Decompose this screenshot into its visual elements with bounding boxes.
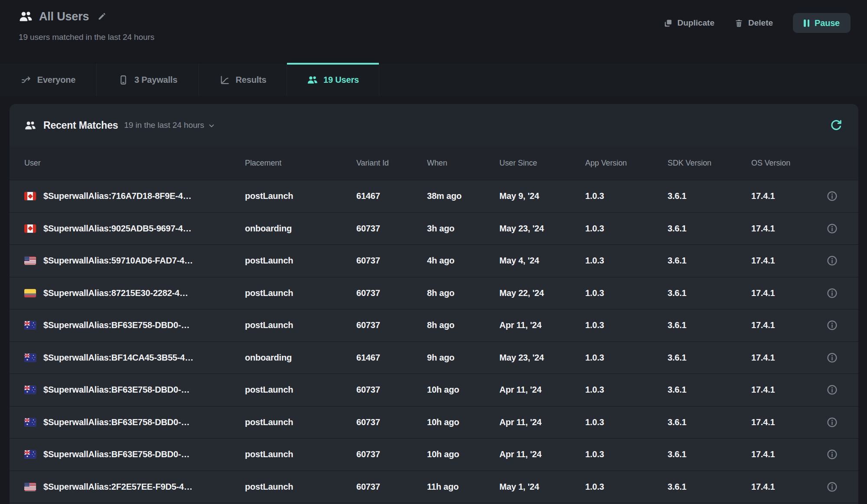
duplicate-icon: [664, 19, 673, 28]
app-version-value: 1.0.3: [585, 417, 668, 427]
table-row[interactable]: $SuperwallAlias:2F2E57EE-F9D5-4… postLau…: [10, 471, 858, 503]
users-icon: [19, 10, 33, 23]
edit-title-icon[interactable]: [97, 12, 107, 21]
pause-icon: [804, 20, 809, 27]
user-alias: $SuperwallAlias:9025ADB5-9697-4…: [43, 224, 192, 234]
table-row[interactable]: $SuperwallAlias:59710AD6-FAD7-4… postLau…: [10, 244, 858, 277]
tab-users[interactable]: 19 Users: [287, 63, 379, 96]
table-row[interactable]: $SuperwallAlias:BF63E758-DBD0-… postLaun…: [10, 309, 858, 341]
user-since-value: May 23, '24: [499, 224, 585, 234]
refresh-icon[interactable]: [830, 119, 843, 132]
when-value: 10h ago: [427, 417, 499, 427]
variant-id-value: 60737: [356, 482, 427, 492]
table-row[interactable]: $SuperwallAlias:BF63E758-DBD0-… postLaun…: [10, 438, 858, 471]
app-version-value: 1.0.3: [585, 256, 668, 266]
tab-everyone-label: Everyone: [37, 75, 75, 85]
info-icon[interactable]: [826, 190, 838, 202]
info-icon[interactable]: [826, 416, 838, 428]
column-header-os-version: OS Version: [751, 159, 821, 168]
variant-id-value: 61467: [356, 191, 427, 201]
os-version-value: 17.4.1: [751, 417, 821, 427]
placement-value: postLaunch: [245, 482, 356, 492]
placement-value: onboarding: [245, 224, 356, 234]
column-header-when: When: [427, 159, 499, 168]
recent-matches-card: Recent Matches 19 in the last 24 hours U…: [10, 104, 858, 504]
sdk-version-value: 3.6.1: [668, 191, 751, 201]
country-flag-icon: [24, 289, 36, 297]
country-flag-icon: [24, 483, 36, 491]
tab-everyone[interactable]: Everyone: [0, 63, 97, 96]
info-icon[interactable]: [826, 352, 838, 364]
sdk-version-value: 3.6.1: [668, 417, 751, 427]
column-header-app-version: App Version: [585, 159, 668, 168]
time-range-selector[interactable]: 19 in the last 24 hours: [124, 120, 215, 130]
country-flag-icon: [24, 450, 36, 458]
info-icon[interactable]: [826, 223, 838, 234]
table-body: $SuperwallAlias:716A7D18-8F9E-4… postLau…: [10, 180, 858, 504]
table-row[interactable]: $SuperwallAlias:87215E30-2282-4… postLau…: [10, 277, 858, 309]
variant-id-value: 60737: [356, 224, 427, 234]
country-flag-icon: [24, 386, 36, 394]
sdk-version-value: 3.6.1: [668, 449, 751, 459]
info-icon[interactable]: [826, 287, 838, 299]
app-version-value: 1.0.3: [585, 224, 668, 234]
table-row[interactable]: $SuperwallAlias:9025ADB5-9697-4… onboard…: [10, 212, 858, 245]
table-row[interactable]: $SuperwallAlias:716A7D18-8F9E-4… postLau…: [10, 180, 858, 212]
variant-id-value: 60737: [356, 256, 427, 266]
user-since-value: May 23, '24: [499, 353, 585, 363]
phone-icon: [118, 75, 129, 85]
os-version-value: 17.4.1: [751, 320, 821, 330]
variant-id-value: 60737: [356, 417, 427, 427]
user-alias: $SuperwallAlias:BF14CA45-3B55-4…: [43, 353, 193, 363]
card-title: Recent Matches: [43, 120, 118, 131]
info-icon[interactable]: [826, 481, 838, 493]
country-flag-icon: [24, 321, 36, 329]
variant-id-value: 60737: [356, 385, 427, 395]
placement-value: postLaunch: [245, 449, 356, 459]
os-version-value: 17.4.1: [751, 288, 821, 298]
info-icon[interactable]: [826, 319, 838, 331]
os-version-value: 17.4.1: [751, 385, 821, 395]
when-value: 4h ago: [427, 256, 499, 266]
user-alias: $SuperwallAlias:59710AD6-FAD7-4…: [43, 256, 193, 266]
tab-users-label: 19 Users: [323, 75, 359, 85]
app-version-value: 1.0.3: [585, 482, 668, 492]
when-value: 10h ago: [427, 449, 499, 459]
table-row[interactable]: $SuperwallAlias:BF63E758-DBD0-… postLaun…: [10, 406, 858, 439]
variant-id-value: 61467: [356, 353, 427, 363]
user-since-value: Apr 11, '24: [499, 449, 585, 459]
info-icon[interactable]: [826, 384, 838, 396]
info-icon[interactable]: [826, 255, 838, 267]
when-value: 8h ago: [427, 288, 499, 298]
tab-results-label: Results: [236, 75, 267, 85]
when-value: 11h ago: [427, 482, 499, 492]
tab-paywalls[interactable]: 3 Paywalls: [97, 63, 199, 96]
table-header-row: User Placement Variant Id When User Sinc…: [10, 146, 858, 180]
trash-icon: [734, 19, 743, 28]
column-header-user-since: User Since: [499, 159, 585, 168]
duplicate-button[interactable]: Duplicate: [664, 18, 715, 28]
sdk-version-value: 3.6.1: [668, 288, 751, 298]
country-flag-icon: [24, 257, 36, 265]
delete-button[interactable]: Delete: [734, 18, 773, 28]
header-actions: Duplicate Delete Pause: [664, 13, 851, 33]
sdk-version-value: 3.6.1: [668, 353, 751, 363]
user-alias: $SuperwallAlias:716A7D18-8F9E-4…: [43, 191, 192, 201]
tab-paywalls-label: 3 Paywalls: [134, 75, 177, 85]
pause-button[interactable]: Pause: [793, 13, 851, 33]
table-row[interactable]: $SuperwallAlias:BF63E758-DBD0-… postLaun…: [10, 374, 858, 406]
info-icon[interactable]: [826, 449, 838, 460]
tab-results[interactable]: Results: [199, 63, 287, 96]
table-row[interactable]: $SuperwallAlias:BF14CA45-3B55-4… onboard…: [10, 341, 858, 374]
user-alias: $SuperwallAlias:87215E30-2282-4…: [43, 288, 188, 298]
branch-arrow-icon: [21, 75, 32, 85]
duplicate-label: Duplicate: [678, 18, 715, 28]
country-flag-icon: [24, 192, 36, 200]
user-alias: $SuperwallAlias:BF63E758-DBD0-…: [43, 449, 189, 459]
delete-label: Delete: [748, 18, 773, 28]
app-version-value: 1.0.3: [585, 449, 668, 459]
sdk-version-value: 3.6.1: [668, 385, 751, 395]
placement-value: postLaunch: [245, 288, 356, 298]
os-version-value: 17.4.1: [751, 482, 821, 492]
column-header-sdk-version: SDK Version: [668, 159, 751, 168]
